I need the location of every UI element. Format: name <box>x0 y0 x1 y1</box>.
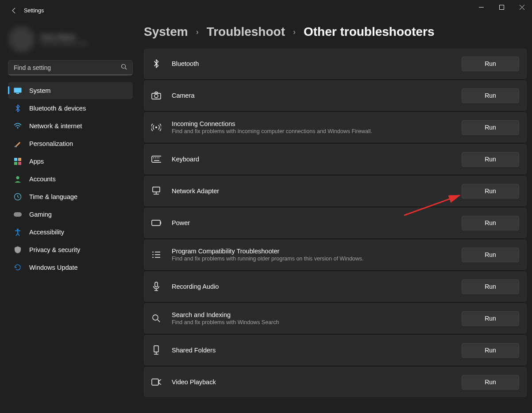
person-icon <box>13 175 22 184</box>
nav-label: Accessibility <box>29 229 64 236</box>
bluetooth-icon <box>151 59 161 69</box>
troubleshooter-card: Shared FoldersRun <box>144 335 527 365</box>
maximize-button[interactable] <box>491 0 512 14</box>
breadcrumb-system[interactable]: System <box>144 25 188 39</box>
nav-label: Time & language <box>29 193 77 200</box>
search-input[interactable] <box>8 60 133 75</box>
svg-rect-14 <box>14 212 22 217</box>
card-title: Bluetooth <box>172 60 462 67</box>
card-title: Shared Folders <box>172 347 462 354</box>
breadcrumb-troubleshoot[interactable]: Troubleshoot <box>207 25 285 39</box>
brush-icon <box>13 139 22 148</box>
run-button[interactable]: Run <box>462 120 519 135</box>
broadcast-icon <box>151 122 161 132</box>
svg-point-18 <box>155 126 157 128</box>
svg-rect-10 <box>14 162 17 165</box>
svg-rect-8 <box>14 158 17 161</box>
network-icon <box>151 186 161 196</box>
svg-rect-11 <box>18 162 21 165</box>
search-icon <box>151 314 161 323</box>
nav-item-accessibility[interactable]: Accessibility <box>8 224 133 241</box>
card-description: Find and fix problems with running older… <box>172 256 462 262</box>
shield-icon <box>13 245 22 254</box>
mic-icon <box>151 282 161 291</box>
window-title: Settings <box>24 8 44 14</box>
nav-item-gaming[interactable]: Gaming <box>8 206 133 223</box>
svg-line-40 <box>158 320 160 322</box>
nav-item-network-internet[interactable]: Network & internet <box>8 118 133 134</box>
card-title: Camera <box>172 92 462 99</box>
run-button[interactable]: Run <box>462 279 519 294</box>
profile-email: user@example.com <box>41 40 88 46</box>
nav-item-time-language[interactable]: Time & language <box>8 188 133 205</box>
nav-item-personalization[interactable]: Personalization <box>8 135 133 152</box>
troubleshooter-card: BluetoothRun <box>144 49 527 79</box>
troubleshooter-card: KeyboardRun <box>144 144 527 174</box>
svg-point-6 <box>17 127 19 129</box>
run-button[interactable]: Run <box>462 88 519 103</box>
nav-label: Privacy & security <box>29 246 80 253</box>
chevron-right-icon: › <box>196 27 199 37</box>
run-button[interactable]: Run <box>462 216 519 230</box>
card-title: Power <box>172 219 462 226</box>
svg-rect-41 <box>154 346 158 352</box>
apps-icon <box>13 157 22 166</box>
profile-block[interactable]: User Name user@example.com <box>4 21 137 57</box>
display-icon <box>13 86 22 95</box>
nav-item-accounts[interactable]: Accounts <box>8 171 133 187</box>
close-button[interactable] <box>512 0 532 14</box>
video-icon <box>151 377 161 387</box>
svg-rect-5 <box>16 93 19 94</box>
nav-label: Network & internet <box>29 122 82 130</box>
nav-label: Windows Update <box>29 264 78 271</box>
avatar <box>9 27 35 52</box>
troubleshooter-card: Program Compatibility TroubleshooterFind… <box>144 240 527 270</box>
nav-item-privacy-security[interactable]: Privacy & security <box>8 241 133 258</box>
nav-label: Personalization <box>29 140 73 147</box>
run-button[interactable]: Run <box>462 248 519 262</box>
breadcrumb: System › Troubleshoot › Other troublesho… <box>144 25 527 39</box>
arrow-left-icon <box>11 7 18 14</box>
svg-rect-19 <box>152 156 161 162</box>
svg-rect-25 <box>153 187 160 192</box>
troubleshooter-card: CameraRun <box>144 80 527 111</box>
run-button[interactable]: Run <box>462 375 519 390</box>
nav-label: Apps <box>29 158 44 165</box>
troubleshooter-card: Network AdapterRun <box>144 176 527 206</box>
bluetooth-icon <box>13 104 22 113</box>
card-title: Video Playback <box>172 379 462 386</box>
nav-item-windows-update[interactable]: Windows Update <box>8 259 133 276</box>
svg-point-2 <box>122 65 126 69</box>
svg-rect-44 <box>152 379 158 385</box>
nav-item-system[interactable]: System <box>8 82 133 99</box>
wifi-icon <box>13 122 22 130</box>
card-title: Search and Indexing <box>172 311 462 318</box>
nav-item-bluetooth-devices[interactable]: Bluetooth & devices <box>8 100 133 117</box>
back-button[interactable] <box>5 2 23 19</box>
chevron-right-icon: › <box>293 27 296 37</box>
accessibility-icon <box>13 228 22 237</box>
run-button[interactable]: Run <box>462 152 519 167</box>
run-button[interactable]: Run <box>462 311 519 326</box>
profile-name: User Name <box>41 33 88 40</box>
update-icon <box>13 263 22 272</box>
run-button[interactable]: Run <box>462 57 519 71</box>
svg-rect-29 <box>161 222 161 224</box>
run-button[interactable]: Run <box>462 343 519 358</box>
titlebar: Settings <box>0 0 532 21</box>
list-icon <box>151 250 161 260</box>
sidebar: User Name user@example.com SystemBluetoo… <box>0 21 137 277</box>
card-description: Find and fix problems with Windows Searc… <box>172 319 462 325</box>
svg-rect-4 <box>14 88 22 93</box>
nav-label: Bluetooth & devices <box>29 105 86 112</box>
maximize-icon <box>499 5 504 10</box>
troubleshooter-card: Incoming ConnectionsFind and fix problem… <box>144 112 527 142</box>
minimize-button[interactable] <box>471 0 491 14</box>
nav-item-apps[interactable]: Apps <box>8 153 133 170</box>
svg-rect-9 <box>18 158 21 161</box>
card-title: Program Compatibility Troubleshooter <box>172 248 462 255</box>
run-button[interactable]: Run <box>462 184 519 199</box>
svg-rect-28 <box>152 220 160 226</box>
svg-rect-36 <box>155 282 158 287</box>
svg-line-3 <box>125 68 127 70</box>
